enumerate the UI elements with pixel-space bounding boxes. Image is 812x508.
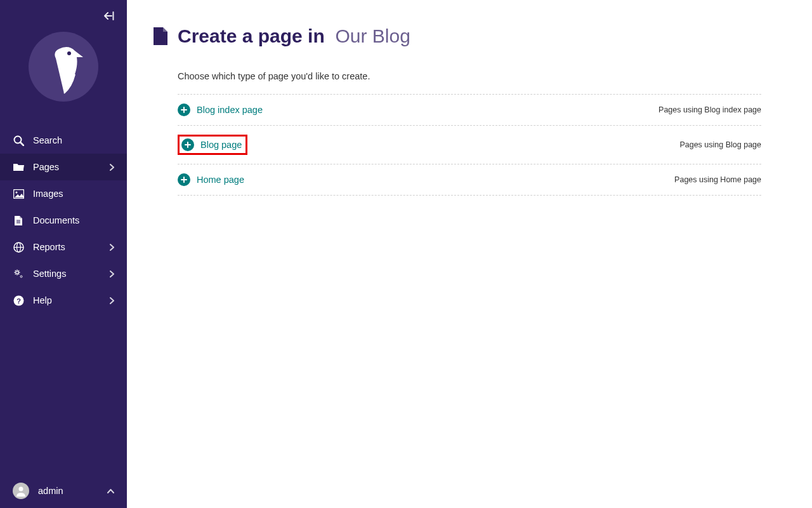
sidebar-item-search[interactable]: Search xyxy=(0,127,127,154)
page-type-desc[interactable]: Pages using Blog index page xyxy=(658,105,761,114)
page-type-blog-index[interactable]: Blog index page Pages using Blog index p… xyxy=(178,94,761,125)
svg-point-12 xyxy=(15,271,18,273)
document-icon xyxy=(13,215,24,226)
nav-list: Search Pages Images Documents xyxy=(0,127,127,474)
page-title: Create a page in Our Blog xyxy=(178,25,410,47)
sidebar-item-help[interactable]: ? Help xyxy=(0,287,127,314)
nav-label: Search xyxy=(33,135,62,145)
page-type-desc[interactable]: Pages using Home page xyxy=(674,175,761,184)
nav-label: Help xyxy=(33,295,52,305)
cogs-icon xyxy=(13,268,24,279)
globe-icon xyxy=(13,241,24,253)
sidebar: Search Pages Images Documents xyxy=(0,0,127,508)
page-type-desc[interactable]: Pages using Blog page xyxy=(679,140,761,149)
main-content: Create a page in Our Blog Choose which t… xyxy=(127,0,812,508)
subheading: Choose which type of page you'd like to … xyxy=(178,71,761,81)
sidebar-item-settings[interactable]: Settings xyxy=(0,260,127,287)
page-type-list: Blog index page Pages using Blog index p… xyxy=(178,94,761,196)
svg-point-5 xyxy=(15,191,17,193)
page-header: Create a page in Our Blog xyxy=(152,25,761,47)
page-type-name: Blog page xyxy=(200,140,242,150)
chevron-up-icon xyxy=(107,489,114,493)
page-type-name: Blog index page xyxy=(197,105,263,115)
plus-icon xyxy=(178,104,190,116)
page-type-blog-page[interactable]: Blog page Pages using Blog page xyxy=(178,125,761,164)
page-type-home-page[interactable]: Home page Pages using Home page xyxy=(178,164,761,196)
collapse-sidebar-button[interactable] xyxy=(103,11,114,20)
folder-icon xyxy=(13,161,24,173)
sidebar-item-pages[interactable]: Pages xyxy=(0,154,127,180)
user-name: admin xyxy=(38,486,63,496)
page-type-name: Home page xyxy=(197,175,244,185)
chevron-right-icon xyxy=(110,297,114,304)
svg-line-19 xyxy=(18,270,19,271)
svg-point-21 xyxy=(20,276,22,277)
svg-text:?: ? xyxy=(16,297,21,304)
svg-line-17 xyxy=(15,270,15,271)
help-icon: ? xyxy=(13,295,24,306)
plus-icon xyxy=(178,173,190,186)
svg-point-1 xyxy=(67,51,71,55)
page-icon xyxy=(152,27,167,45)
highlighted-option: Blog page xyxy=(178,135,247,155)
plus-icon xyxy=(181,138,194,151)
search-icon xyxy=(13,135,24,146)
nav-label: Settings xyxy=(33,269,66,279)
nav-label: Images xyxy=(33,189,63,199)
svg-point-24 xyxy=(19,487,23,491)
svg-line-20 xyxy=(15,274,15,274)
image-icon xyxy=(13,188,24,199)
svg-line-18 xyxy=(18,274,19,274)
nav-label: Pages xyxy=(33,162,59,172)
chevron-right-icon xyxy=(110,164,114,171)
chevron-right-icon xyxy=(110,244,114,251)
sidebar-item-documents[interactable]: Documents xyxy=(0,207,127,234)
nav-label: Reports xyxy=(33,242,65,252)
sidebar-item-images[interactable]: Images xyxy=(0,180,127,207)
sidebar-item-reports[interactable]: Reports xyxy=(0,234,127,260)
svg-line-3 xyxy=(20,142,23,145)
avatar xyxy=(13,483,29,499)
nav-label: Documents xyxy=(33,215,79,225)
user-menu[interactable]: admin xyxy=(0,474,127,508)
chevron-right-icon xyxy=(110,271,114,277)
